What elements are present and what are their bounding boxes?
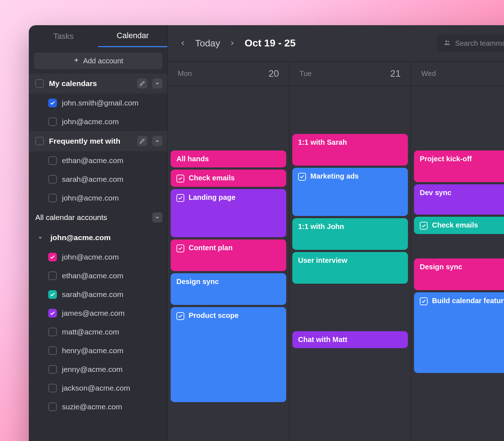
calendar-item[interactable]: john@acme.com bbox=[29, 248, 167, 266]
search-teammates[interactable]: Search teammates bbox=[437, 35, 504, 52]
tab-tasks[interactable]: Tasks bbox=[29, 25, 98, 47]
event-title: 1:1 with John bbox=[298, 222, 344, 231]
chevron-down-icon[interactable] bbox=[35, 233, 45, 243]
calendar-checkbox[interactable] bbox=[48, 271, 57, 280]
plus-icon bbox=[73, 57, 80, 65]
calendar-event[interactable]: Check emails bbox=[171, 170, 286, 187]
day-header-mon: Mon20 bbox=[168, 62, 289, 85]
account-john-calendars: john@acme.comethan@acme.comsarah@acme.co… bbox=[29, 248, 167, 416]
calendar-checkbox[interactable] bbox=[48, 253, 57, 261]
calendar-item[interactable]: suzie@acme.com bbox=[29, 397, 167, 416]
calendar-checkbox[interactable] bbox=[48, 156, 57, 165]
event-checkbox[interactable] bbox=[420, 297, 428, 305]
calendar-item[interactable]: john@acme.com bbox=[29, 189, 167, 207]
calendar-checkbox[interactable] bbox=[48, 384, 57, 392]
prev-week-button[interactable] bbox=[179, 39, 187, 48]
day-header-wed: Wed bbox=[411, 62, 504, 85]
calendar-item[interactable]: sarah@acme.com bbox=[29, 285, 167, 304]
account-john-label: john@acme.com bbox=[50, 233, 162, 242]
svg-point-3 bbox=[447, 41, 449, 42]
next-week-button[interactable] bbox=[228, 39, 237, 48]
all-accounts-label: All calendar accounts bbox=[35, 213, 147, 222]
day-column-mon: All handsCheck emailsLanding pageContent… bbox=[168, 86, 289, 441]
day-column-tue: 1:1 with SarahMarketing ads1:1 with John… bbox=[289, 86, 411, 441]
frequently-met-checkbox[interactable] bbox=[35, 137, 44, 145]
calendar-item[interactable]: jenny@acme.com bbox=[29, 360, 167, 379]
event-checkbox[interactable] bbox=[298, 173, 306, 181]
calendar-checkbox[interactable] bbox=[48, 117, 57, 126]
calendar-event[interactable]: User interview bbox=[292, 252, 408, 284]
chevron-up-icon[interactable] bbox=[152, 78, 162, 89]
calendar-checkbox[interactable] bbox=[48, 309, 57, 318]
calendar-event[interactable]: Design sync bbox=[414, 258, 504, 290]
calendar-checkbox[interactable] bbox=[48, 99, 57, 107]
event-checkbox[interactable] bbox=[176, 194, 184, 202]
week-header: Mon20 Tue21 Wed bbox=[168, 61, 504, 86]
calendar-checkbox[interactable] bbox=[48, 290, 57, 299]
calendar-event[interactable]: All hands bbox=[171, 150, 286, 167]
my-calendars-checkbox[interactable] bbox=[35, 79, 44, 88]
edit-icon[interactable] bbox=[137, 78, 147, 89]
calendar-item-label: jenny@acme.com bbox=[62, 365, 122, 374]
event-title: Project kick-off bbox=[420, 155, 472, 163]
section-frequently-met[interactable]: Frequently met with bbox=[29, 131, 167, 151]
calendar-item-label: sarah@acme.com bbox=[62, 175, 123, 184]
event-title: Content plan bbox=[189, 244, 233, 252]
event-title: Product scope bbox=[189, 311, 239, 320]
date-range: Oct 19 - 25 bbox=[244, 37, 296, 49]
calendar-checkbox[interactable] bbox=[48, 402, 57, 411]
chevron-up-icon[interactable] bbox=[152, 136, 162, 146]
event-checkbox[interactable] bbox=[176, 312, 184, 320]
calendar-checkbox[interactable] bbox=[48, 194, 57, 202]
calendar-event[interactable]: Check emails bbox=[414, 217, 504, 234]
calendar-event[interactable]: Chat with Matt bbox=[292, 331, 408, 348]
calendar-item-label: john@acme.com bbox=[62, 253, 119, 261]
my-calendars-label: My calendars bbox=[49, 79, 132, 88]
calendar-item-label: suzie@acme.com bbox=[62, 402, 122, 411]
calendar-item-label: matt@acme.com bbox=[62, 328, 119, 336]
account-john[interactable]: john@acme.com bbox=[29, 228, 167, 248]
calendar-checkbox[interactable] bbox=[48, 365, 57, 374]
calendar-item[interactable]: john@acme.com bbox=[29, 112, 167, 131]
event-title: All hands bbox=[176, 155, 209, 163]
calendar-item[interactable]: ethan@acme.com bbox=[29, 151, 167, 170]
section-all-accounts[interactable]: All calendar accounts bbox=[29, 207, 167, 228]
edit-icon[interactable] bbox=[137, 136, 147, 146]
tab-calendar[interactable]: Calendar bbox=[98, 25, 168, 47]
calendar-event[interactable]: 1:1 with Sarah bbox=[292, 134, 408, 166]
add-account-button[interactable]: Add account bbox=[34, 53, 162, 69]
calendar-event[interactable]: Build calendar feature bbox=[414, 292, 504, 373]
calendar-item-label: john@acme.com bbox=[62, 194, 119, 202]
calendar-event[interactable]: Project kick-off bbox=[414, 150, 504, 182]
event-title: User interview bbox=[298, 256, 347, 265]
calendar-event[interactable]: Product scope bbox=[171, 307, 286, 402]
calendar-checkbox[interactable] bbox=[48, 346, 57, 355]
calendar-item[interactable]: john.smith@gmail.com bbox=[29, 94, 167, 112]
calendar-item[interactable]: james@acme.com bbox=[29, 304, 167, 323]
calendar-checkbox[interactable] bbox=[48, 328, 57, 336]
calendar-event[interactable]: Design sync bbox=[171, 273, 286, 305]
calendar-item[interactable]: ethan@acme.com bbox=[29, 266, 167, 285]
chevron-down-icon[interactable] bbox=[152, 212, 162, 222]
event-checkbox[interactable] bbox=[176, 175, 184, 183]
event-checkbox[interactable] bbox=[420, 222, 428, 230]
calendar-item-label: john@acme.com bbox=[62, 117, 119, 126]
event-title: Check emails bbox=[189, 174, 235, 182]
event-checkbox[interactable] bbox=[176, 244, 184, 252]
calendar-event[interactable]: Landing page bbox=[171, 189, 286, 237]
people-icon bbox=[444, 39, 451, 48]
calendar-item-label: jackson@acme.com bbox=[62, 384, 130, 392]
section-my-calendars[interactable]: My calendars bbox=[29, 73, 167, 94]
event-title: Chat with Matt bbox=[298, 336, 347, 344]
calendar-item[interactable]: jackson@acme.com bbox=[29, 379, 167, 397]
topbar: Today Oct 19 - 25 Search teammates bbox=[168, 25, 504, 61]
calendar-event[interactable]: Marketing ads bbox=[292, 168, 408, 216]
calendar-event[interactable]: Dev sync bbox=[414, 184, 504, 215]
calendar-item[interactable]: sarah@acme.com bbox=[29, 170, 167, 189]
calendar-item[interactable]: henry@acme.com bbox=[29, 341, 167, 360]
calendar-item[interactable]: matt@acme.com bbox=[29, 323, 167, 341]
calendar-event[interactable]: Content plan bbox=[171, 239, 286, 271]
today-button[interactable]: Today bbox=[195, 38, 220, 49]
calendar-checkbox[interactable] bbox=[48, 175, 57, 184]
calendar-event[interactable]: 1:1 with John bbox=[292, 218, 408, 250]
